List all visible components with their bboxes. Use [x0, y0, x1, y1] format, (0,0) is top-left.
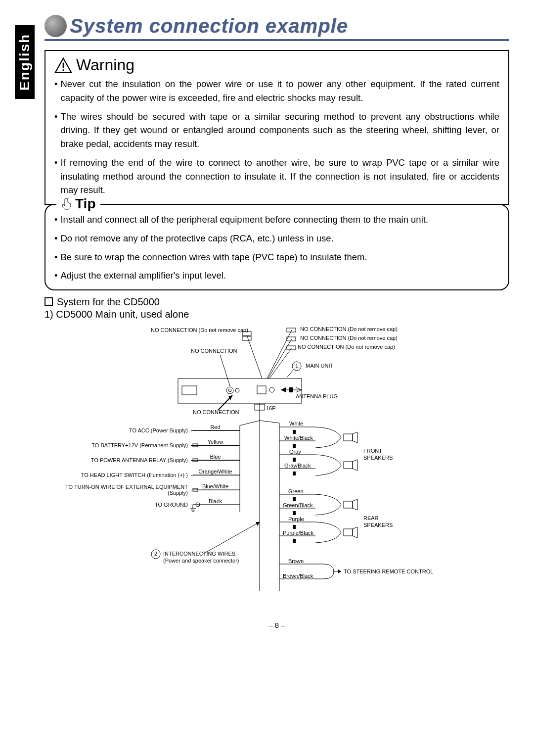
wire-color: Green	[288, 488, 304, 494]
warning-item: •If removing the end of the wire to conn…	[54, 156, 499, 197]
diagram-label: FRONT	[363, 448, 382, 454]
diagram-wire-row: TO POWER ANTENNA RELAY (Supply) Blue	[44, 455, 240, 465]
svg-line-26	[287, 370, 294, 378]
svg-rect-54	[344, 501, 353, 508]
svg-line-24	[220, 355, 230, 386]
svg-point-6	[228, 389, 231, 392]
wire-color: Green/Black	[283, 502, 313, 508]
svg-rect-56	[344, 529, 353, 536]
diagram-callout-number: 1	[295, 363, 298, 369]
diagram-label: SPEAKERS	[363, 522, 393, 528]
diagram-wire-row: TO GROUND Black	[44, 500, 240, 510]
wire-end-label: TO GROUND	[44, 502, 191, 508]
svg-marker-55	[353, 499, 357, 510]
tip-item-text: Install and connect all of the periphera…	[60, 213, 428, 227]
language-tab: English	[15, 25, 35, 99]
hand-point-icon	[61, 197, 72, 210]
svg-marker-51	[353, 432, 357, 443]
wiring-diagram: NO CONNECTION (Do not remove cap) NO CON…	[44, 324, 519, 601]
diagram-label: REAR	[363, 515, 379, 521]
diagram-label: MAIN UNIT	[306, 363, 333, 369]
svg-rect-4	[182, 386, 197, 395]
wire-color: Purple	[288, 516, 304, 522]
warning-item: •The wires should be secured with tape o…	[54, 110, 499, 151]
wire-end-label: TO HEAD LIGHT SWITCH (Illumination (+) )	[44, 472, 191, 478]
svg-rect-73	[293, 511, 296, 515]
wire-end-label: TO BATTERY+12V (Permanent Supply)	[44, 442, 191, 448]
warning-triangle-icon	[54, 57, 72, 73]
warning-item-text: The wires should be secured with tape or…	[60, 110, 499, 151]
heading-bullet-icon	[44, 15, 67, 37]
wire-color: Gray/Black	[284, 463, 311, 469]
svg-rect-16	[242, 336, 251, 340]
svg-line-79	[203, 522, 260, 554]
svg-rect-74	[293, 525, 296, 529]
svg-line-32	[240, 421, 260, 425]
diagram-label: (Power and speaker connector)	[163, 558, 239, 564]
wire-color: Black	[209, 498, 222, 504]
svg-line-13	[296, 387, 302, 390]
svg-line-21	[267, 330, 292, 378]
diagram-wire-row: TO BATTERY+12V (Permanent Supply) Yellow	[44, 440, 240, 450]
section-heading: System for the CD5000	[44, 296, 509, 308]
wire-color: Blue/White	[202, 483, 228, 489]
tip-item-text: Do not remove any of the protective caps…	[60, 232, 333, 245]
wire-color: Red	[210, 424, 220, 430]
svg-rect-75	[293, 539, 296, 543]
svg-marker-11	[281, 387, 286, 392]
svg-point-2	[62, 69, 64, 71]
diagram-label: NO CONNECTION (Do not remove cap)	[298, 344, 395, 350]
wire-color: Brown/Black	[283, 573, 313, 579]
tip-title: Tip	[75, 196, 95, 212]
wire-color: White/Black	[284, 435, 313, 441]
wire-end-label: TO TURN-ON WIRE OF EXTERNAL EQUIPMENT (S…	[44, 484, 191, 496]
diagram-label: NO CONNECTION	[193, 409, 239, 415]
tip-item: •Adjust the external amplifier's input l…	[54, 269, 499, 283]
svg-rect-19	[287, 346, 296, 350]
wire-color: Blue	[210, 454, 221, 460]
wire-color: Purple/Black	[283, 530, 313, 536]
tip-item: •Install and connect all of the peripher…	[54, 213, 499, 227]
svg-rect-52	[344, 462, 353, 469]
diagram-label: ANTENNA PLUG	[296, 393, 338, 399]
diagram-wire-row: TO TURN-ON WIRE OF EXTERNAL EQUIPMENT (S…	[44, 485, 240, 495]
tip-item-text: Be sure to wrap the connection wires wit…	[60, 250, 367, 264]
svg-line-23	[269, 348, 292, 378]
diagram-wire-row: TO HEAD LIGHT SWITCH (Illumination (+) )…	[44, 470, 240, 480]
warning-title-row: Warning	[54, 56, 499, 74]
tip-item-text: Adjust the external amplifier's input le…	[60, 269, 226, 283]
svg-line-20	[247, 336, 262, 378]
svg-marker-53	[353, 460, 357, 471]
svg-rect-12	[289, 387, 293, 392]
svg-rect-71	[293, 472, 296, 475]
section-title: System for the CD5000	[57, 296, 160, 307]
tip-item: •Be sure to wrap the connection wires wi…	[54, 250, 499, 264]
svg-rect-8	[257, 386, 266, 394]
section-subheading: 1) CD5000 Main unit, used alone	[44, 309, 509, 320]
svg-line-14	[296, 390, 302, 392]
svg-point-9	[269, 387, 274, 392]
tip-label: Tip	[56, 196, 100, 212]
svg-rect-72	[293, 497, 296, 501]
wire-end-label: TO POWER ANTENNA RELAY (Supply)	[44, 457, 191, 463]
diagram-label: SPEAKERS	[363, 455, 393, 461]
wire-end-label: TO ACC (Power Supply)	[44, 427, 191, 433]
svg-rect-70	[293, 458, 296, 462]
wire-color: Brown	[288, 558, 304, 564]
svg-rect-50	[344, 434, 353, 441]
wire-color: White	[289, 421, 303, 426]
warning-item-text: Never cut the insulation on the power wi…	[60, 77, 499, 105]
svg-marker-30	[228, 395, 232, 400]
warning-item: •Never cut the insulation on the power w…	[54, 77, 499, 105]
diagram-label: NO CONNECTION (Do not remove cap)	[300, 335, 398, 341]
diagram-wire-row: TO ACC (Power Supply) Red	[44, 425, 240, 435]
svg-point-7	[235, 388, 239, 392]
svg-line-33	[260, 421, 279, 423]
diagram-callout-number: 2	[154, 551, 157, 557]
wire-color: Orange/White	[199, 469, 232, 474]
warning-item-text: If removing the end of the wire to conne…	[60, 156, 499, 197]
diagram-label: 16P	[266, 405, 276, 411]
tip-item: •Do not remove any of the protective cap…	[54, 232, 499, 245]
wire-color: Yellow	[208, 439, 223, 445]
heading-underline	[44, 39, 509, 41]
